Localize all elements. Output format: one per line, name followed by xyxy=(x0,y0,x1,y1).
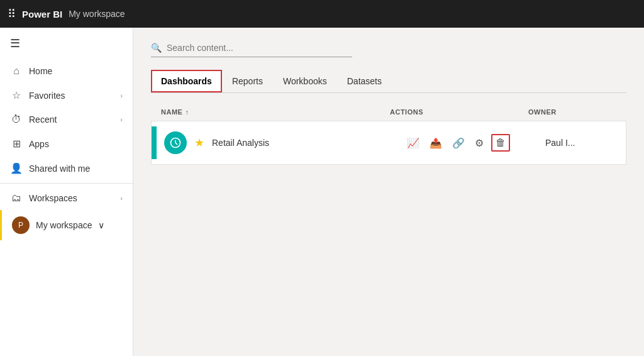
sidebar-divider xyxy=(0,183,133,184)
search-input[interactable] xyxy=(167,43,343,53)
sort-icon[interactable]: ↑ xyxy=(185,108,189,116)
shared-icon: 👤 xyxy=(10,162,23,174)
favorites-icon: ☆ xyxy=(10,89,23,101)
sidebar-item-label: Favorites xyxy=(29,91,114,101)
chevron-right-icon: › xyxy=(120,194,123,202)
search-icon: 🔍 xyxy=(151,43,162,53)
sidebar-item-my-workspace[interactable]: P My workspace ∨ xyxy=(0,210,133,240)
recent-icon: ⏱ xyxy=(10,114,23,125)
workspace-label: My workspace xyxy=(36,220,92,230)
app-logo: Power BI xyxy=(22,9,62,19)
sidebar-item-label: Home xyxy=(29,66,123,76)
tab-reports[interactable]: Reports xyxy=(222,70,273,92)
row-icon xyxy=(164,131,187,154)
sidebar-item-favorites[interactable]: ☆ Favorites › xyxy=(0,83,133,108)
row-name-cell: ★ Retail Analysis xyxy=(152,121,399,164)
dashboard-icon xyxy=(169,136,182,149)
workspaces-icon: 🗂 xyxy=(10,192,23,204)
tabs: Dashboards Reports Workbooks Datasets xyxy=(151,70,626,93)
home-icon: ⌂ xyxy=(10,65,23,77)
sidebar-item-label: Shared with me xyxy=(29,164,123,174)
sidebar-item-label: Workspaces xyxy=(29,193,114,203)
tab-workbooks[interactable]: Workbooks xyxy=(273,70,337,92)
row-actions: 📈 📤 🔗 ⚙ 🗑 xyxy=(399,134,538,152)
sidebar-toggle[interactable]: ☰ xyxy=(0,28,133,59)
grid-icon[interactable]: ⠿ xyxy=(8,7,16,21)
tab-dashboards[interactable]: Dashboards xyxy=(151,70,222,92)
col-name-label: NAME xyxy=(161,108,182,116)
topbar: ⠿ Power BI My workspace xyxy=(0,0,644,28)
sidebar-item-workspaces[interactable]: 🗂 Workspaces › xyxy=(0,186,133,210)
row-color-block xyxy=(152,126,157,159)
table-header: NAME ↑ ACTIONS OWNER xyxy=(151,103,626,121)
sidebar-item-apps[interactable]: ⊞ Apps xyxy=(0,131,133,156)
sidebar: ☰ ⌂ Home ☆ Favorites › ⏱ Recent › ⊞ Apps… xyxy=(0,28,133,356)
workspace-name: My workspace xyxy=(69,9,125,19)
col-actions: ACTIONS xyxy=(390,108,528,116)
settings-button[interactable]: ⚙ xyxy=(472,135,486,152)
col-owner: OWNER xyxy=(528,108,616,116)
apps-icon: ⊞ xyxy=(10,138,23,150)
table-row: ★ Retail Analysis 📈 📤 🔗 ⚙ 🗑 Paul I... xyxy=(151,121,626,165)
tab-datasets[interactable]: Datasets xyxy=(337,70,392,92)
view-report-button[interactable]: 📈 xyxy=(404,135,422,152)
col-name: NAME ↑ xyxy=(161,108,390,116)
content-area: 🔍 Dashboards Reports Workbooks Datasets … xyxy=(133,28,644,356)
related-button[interactable]: 🔗 xyxy=(450,135,467,152)
sidebar-item-recent[interactable]: ⏱ Recent › xyxy=(0,108,133,131)
delete-button[interactable]: 🗑 xyxy=(491,134,510,152)
sidebar-item-home[interactable]: ⌂ Home xyxy=(0,59,133,83)
share-button[interactable]: 📤 xyxy=(427,135,445,152)
favorite-star-icon[interactable]: ★ xyxy=(194,136,204,150)
chevron-right-icon: › xyxy=(120,92,123,99)
chevron-down-icon: ∨ xyxy=(98,220,104,230)
sidebar-item-label: Recent xyxy=(29,114,114,125)
avatar: P xyxy=(12,216,30,234)
row-title[interactable]: Retail Analysis xyxy=(212,138,269,148)
sidebar-item-shared[interactable]: 👤 Shared with me xyxy=(0,156,133,181)
row-owner: Paul I... xyxy=(538,138,626,148)
main-layout: ☰ ⌂ Home ☆ Favorites › ⏱ Recent › ⊞ Apps… xyxy=(0,28,644,356)
chevron-right-icon: › xyxy=(120,116,123,123)
sidebar-item-label: Apps xyxy=(29,139,123,149)
search-bar: 🔍 xyxy=(151,43,352,57)
